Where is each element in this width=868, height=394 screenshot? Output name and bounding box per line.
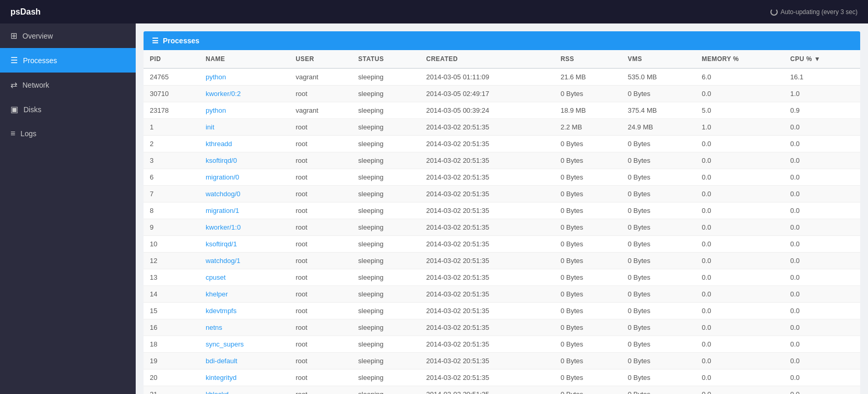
cell-status: sleeping: [352, 136, 420, 152]
cell-memory: 0.0: [695, 253, 784, 269]
cell-created: 2014-03-02 20:51:35: [420, 269, 554, 286]
cell-vms: 0 Bytes: [622, 86, 696, 102]
processes-panel: ☰ Processes PID NAME USER STATUS CREATED…: [144, 31, 860, 394]
cell-rss: 0 Bytes: [554, 219, 622, 236]
sidebar-item-disks[interactable]: ▣ Disks: [0, 97, 136, 122]
cell-rss: 0 Bytes: [554, 286, 622, 303]
cell-status: sleeping: [352, 336, 420, 353]
cell-vms: 0 Bytes: [622, 202, 696, 219]
cell-created: 2014-03-02 20:51:35: [420, 336, 554, 353]
col-vms[interactable]: VMS: [622, 50, 696, 68]
cell-pid: 21: [144, 386, 199, 395]
sidebar-item-overview[interactable]: ⊞ Overview: [0, 23, 136, 48]
table-row: 9 kworker/1:0 root sleeping 2014-03-02 2…: [144, 219, 860, 236]
table-row: 18 sync_supers root sleeping 2014-03-02 …: [144, 336, 860, 353]
cell-status: sleeping: [352, 86, 420, 102]
cell-user: root: [289, 186, 352, 202]
cell-rss: 0 Bytes: [554, 86, 622, 102]
cell-status: sleeping: [352, 269, 420, 286]
sidebar-item-network[interactable]: ⇄ Network: [0, 73, 136, 97]
cell-user: root: [289, 136, 352, 152]
cell-memory: 0.0: [695, 353, 784, 369]
cell-memory: 0.0: [695, 202, 784, 219]
cell-user: root: [289, 353, 352, 369]
sidebar-item-logs[interactable]: ≡ Logs: [0, 122, 136, 146]
sidebar-label-overview: Overview: [22, 32, 53, 40]
cell-name: python: [199, 68, 290, 86]
cell-cpu: 0.0: [784, 136, 860, 152]
cell-rss: 0 Bytes: [554, 303, 622, 319]
cell-vms: 0 Bytes: [622, 136, 696, 152]
processes-icon: ☰: [10, 55, 18, 65]
cell-created: 2014-03-02 20:51:35: [420, 119, 554, 136]
cell-status: sleeping: [352, 353, 420, 369]
col-created[interactable]: CREATED: [420, 50, 554, 68]
processes-tbody: 24765 python vagrant sleeping 2014-03-05…: [144, 68, 860, 394]
cell-pid: 30710: [144, 86, 199, 102]
cell-pid: 12: [144, 253, 199, 269]
col-user[interactable]: USER: [289, 50, 352, 68]
cell-created: 2014-03-02 20:51:35: [420, 136, 554, 152]
cell-memory: 0.0: [695, 386, 784, 395]
cell-cpu: 0.0: [784, 236, 860, 253]
processes-panel-header: ☰ Processes: [144, 31, 860, 50]
cell-created: 2014-03-02 20:51:35: [420, 186, 554, 202]
table-row: 16 netns root sleeping 2014-03-02 20:51:…: [144, 319, 860, 336]
table-row: 3 ksoftirqd/0 root sleeping 2014-03-02 2…: [144, 152, 860, 169]
cell-rss: 0 Bytes: [554, 202, 622, 219]
col-name[interactable]: NAME: [199, 50, 290, 68]
cell-memory: 0.0: [695, 152, 784, 169]
cell-created: 2014-03-05 01:11:09: [420, 68, 554, 86]
table-row: 30710 kworker/0:2 root sleeping 2014-03-…: [144, 86, 860, 102]
cell-pid: 23178: [144, 102, 199, 119]
col-rss[interactable]: RSS: [554, 50, 622, 68]
col-pid[interactable]: PID: [144, 50, 199, 68]
cell-status: sleeping: [352, 369, 420, 386]
cell-memory: 0.0: [695, 219, 784, 236]
table-header-row: PID NAME USER STATUS CREATED RSS VMS MEM…: [144, 50, 860, 68]
cell-memory: 0.0: [695, 369, 784, 386]
sidebar-item-processes[interactable]: ☰ Processes: [0, 48, 136, 73]
col-memory[interactable]: MEMORY %: [695, 50, 784, 68]
cell-status: sleeping: [352, 202, 420, 219]
table-row: 15 kdevtmpfs root sleeping 2014-03-02 20…: [144, 303, 860, 319]
cell-vms: 0 Bytes: [622, 186, 696, 202]
cell-user: root: [289, 202, 352, 219]
cell-pid: 13: [144, 269, 199, 286]
cell-user: root: [289, 119, 352, 136]
cell-cpu: 0.0: [784, 119, 860, 136]
cell-created: 2014-03-02 20:51:35: [420, 386, 554, 395]
cell-name: kintegrityd: [199, 369, 290, 386]
cell-cpu: 0.0: [784, 253, 860, 269]
col-cpu[interactable]: CPU % ▼: [784, 50, 860, 68]
cell-rss: 0 Bytes: [554, 269, 622, 286]
cell-user: root: [289, 236, 352, 253]
cell-status: sleeping: [352, 386, 420, 395]
cell-vms: 0 Bytes: [622, 152, 696, 169]
cell-rss: 2.2 MB: [554, 119, 622, 136]
table-row: 13 cpuset root sleeping 2014-03-02 20:51…: [144, 269, 860, 286]
cell-pid: 6: [144, 169, 199, 186]
cell-rss: 0 Bytes: [554, 369, 622, 386]
cell-created: 2014-03-05 00:39:24: [420, 102, 554, 119]
cell-user: root: [289, 319, 352, 336]
cell-name: watchdog/1: [199, 253, 290, 269]
sidebar-label-logs: Logs: [20, 129, 36, 138]
cell-user: root: [289, 303, 352, 319]
cell-memory: 6.0: [695, 68, 784, 86]
cell-user: root: [289, 386, 352, 395]
sidebar: ⊞ Overview ☰ Processes ⇄ Network ▣ Disks…: [0, 23, 136, 394]
cell-status: sleeping: [352, 186, 420, 202]
cell-cpu: 16.1: [784, 68, 860, 86]
table-row: 6 migration/0 root sleeping 2014-03-02 2…: [144, 169, 860, 186]
cell-user: vagrant: [289, 68, 352, 86]
cell-created: 2014-03-02 20:51:35: [420, 169, 554, 186]
topbar: psDash Auto-updating (every 3 sec): [0, 0, 868, 23]
cell-status: sleeping: [352, 169, 420, 186]
cell-cpu: 0.0: [784, 286, 860, 303]
cell-created: 2014-03-02 20:51:35: [420, 303, 554, 319]
cell-pid: 18: [144, 336, 199, 353]
col-status[interactable]: STATUS: [352, 50, 420, 68]
cell-created: 2014-03-02 20:51:35: [420, 253, 554, 269]
cell-pid: 16: [144, 319, 199, 336]
